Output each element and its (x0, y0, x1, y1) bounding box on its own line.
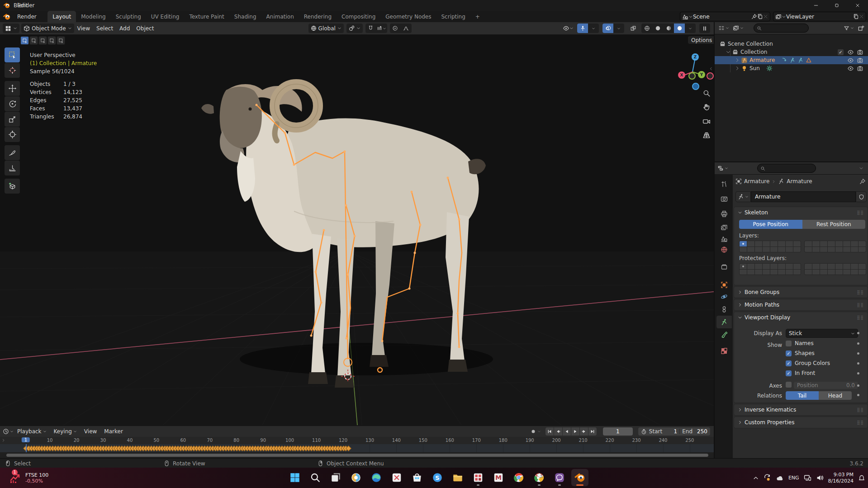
taskbar-app-snipping-tool[interactable] (388, 469, 405, 486)
shapes-checkbox[interactable]: ✓ (786, 351, 792, 356)
layer-cell[interactable] (820, 241, 827, 246)
Render[interactable]: Render (14, 11, 42, 22)
hook-icon[interactable] (781, 57, 787, 63)
new-scene-icon[interactable] (757, 14, 763, 19)
navigation-gizmo[interactable]: Z X Y (669, 47, 714, 92)
timeline-editor-type[interactable] (3, 428, 14, 435)
animate-dot[interactable] (857, 332, 859, 334)
layer-cell[interactable] (828, 247, 835, 252)
Add[interactable]: Add (116, 25, 133, 32)
pose-position-button[interactable]: Pose Position (739, 220, 802, 229)
gizmo-axis-x-negative[interactable] (707, 72, 714, 80)
camera-view-icon[interactable] (702, 117, 711, 125)
properties-search-input[interactable] (757, 164, 816, 173)
maximize-button[interactable] (826, 0, 847, 11)
inverse-kinematics-panel[interactable]: Inverse Kinematics ⣿⣿ (734, 404, 868, 416)
timeline-ruler[interactable]: 1102030405060708090100110120130140150160… (0, 437, 714, 444)
layer-cell[interactable] (859, 264, 866, 269)
tab-tool[interactable] (716, 178, 732, 190)
shading-solid-button[interactable] (652, 24, 663, 33)
layer-cell[interactable] (851, 264, 858, 269)
gizmo-axis-z-negative[interactable] (692, 83, 699, 90)
outliner-item-label[interactable]: Sun (749, 65, 760, 71)
layer-cell[interactable] (747, 270, 754, 275)
hide-eye-icon[interactable] (847, 49, 854, 56)
drag-handle-icon[interactable]: ⣿⣿ (857, 210, 864, 215)
sync-tray-icon[interactable] (764, 474, 771, 482)
tab-texture[interactable] (716, 345, 732, 357)
animate-dot[interactable] (857, 372, 859, 374)
pivot-point-dropdown[interactable] (346, 24, 363, 33)
layer-cell[interactable] (835, 241, 843, 246)
tool-scale[interactable] (5, 112, 20, 127)
layer-cell[interactable] (828, 270, 835, 275)
outliner-row-armature[interactable]: Armature (715, 56, 868, 64)
layer-cell[interactable] (805, 264, 812, 269)
hide-eye-icon[interactable] (847, 65, 854, 72)
select-mode-invert[interactable] (47, 36, 56, 45)
sun-data-icon[interactable] (766, 65, 773, 71)
jump-to-start-button[interactable] (545, 427, 554, 436)
layer-cell[interactable] (859, 270, 866, 275)
tab-view-layer[interactable] (716, 221, 732, 234)
viewport-3d[interactable]: Object Mode ViewSelectAddObject Global (0, 22, 714, 426)
zoom-view-icon[interactable] (702, 89, 711, 97)
layer-cell[interactable] (843, 264, 850, 269)
exclude-checkbox[interactable]: ✓ (838, 49, 844, 55)
tool-measure[interactable] (5, 161, 20, 175)
volume-tray-icon[interactable] (816, 474, 824, 482)
play-button[interactable] (571, 427, 579, 436)
current-frame-line[interactable] (26, 444, 27, 452)
taskbar-app-search[interactable] (307, 469, 324, 486)
prev-keyframe-button[interactable] (554, 427, 562, 436)
layer-cell[interactable] (740, 270, 747, 275)
layer-cell[interactable] (778, 241, 785, 246)
layer-cell[interactable] (786, 264, 793, 269)
tab-output[interactable] (716, 208, 732, 220)
overlays-dropdown[interactable] (613, 24, 624, 33)
tool-transform[interactable] (5, 127, 20, 142)
shading-dropdown[interactable] (685, 24, 696, 33)
gizmo-axis-y[interactable]: Y (698, 71, 705, 78)
properties-options-icon[interactable] (859, 166, 863, 171)
tab-collection[interactable] (716, 261, 732, 273)
View[interactable]: View (74, 25, 93, 32)
layer-cell[interactable] (851, 241, 858, 246)
layer-cell[interactable] (812, 264, 820, 269)
gizmo-axis-y-negative[interactable] (688, 72, 696, 80)
gizmos-dropdown[interactable] (588, 24, 599, 33)
gizmos-toggle[interactable] (577, 24, 588, 33)
outliner-row-collection[interactable]: Collection✓ (715, 48, 868, 56)
select-mode-subtract[interactable] (38, 36, 47, 45)
layer-cell[interactable] (793, 247, 801, 252)
drag-handle-icon[interactable]: ⣿⣿ (857, 290, 864, 294)
outliner-item-label[interactable]: Scene Collection (728, 41, 773, 47)
select-mode-extend[interactable] (29, 36, 38, 45)
UV Editing[interactable]: UV Editing (146, 11, 185, 22)
disable-render-icon[interactable] (857, 65, 863, 72)
expander-icon[interactable] (735, 66, 740, 71)
display-as-dropdown[interactable]: Stick (786, 329, 858, 338)
tab-world[interactable] (716, 243, 732, 256)
layer-cell[interactable] (820, 247, 827, 252)
taskbar-app-viber[interactable] (551, 469, 568, 486)
layer-cell[interactable] (843, 247, 850, 252)
clock[interactable]: 9:03 PM 8/16/2024 (828, 472, 854, 484)
timeline-menu-keying[interactable]: Keying (50, 428, 81, 435)
jump-to-end-button[interactable] (588, 427, 597, 436)
transform-orientation-dropdown[interactable]: Global (308, 24, 344, 33)
drag-handle-icon[interactable]: ⣿⣿ (857, 407, 864, 412)
select-mode-set[interactable] (20, 36, 29, 45)
layer-cell[interactable] (747, 264, 754, 269)
Sculpting[interactable]: Sculpting (111, 11, 146, 22)
layer-cell[interactable] (747, 241, 754, 246)
layer-cell[interactable] (812, 270, 820, 275)
disable-render-icon[interactable] (857, 57, 863, 64)
in-front-checkbox[interactable]: ✓ (786, 370, 792, 376)
new-viewlayer-icon[interactable] (853, 14, 859, 19)
layer-cell[interactable] (755, 270, 762, 275)
stopwatch-icon[interactable] (641, 429, 647, 435)
remove-viewlayer-icon[interactable] (859, 14, 864, 19)
layer-cell[interactable] (755, 264, 762, 269)
editor-type-button[interactable] (3, 24, 19, 33)
